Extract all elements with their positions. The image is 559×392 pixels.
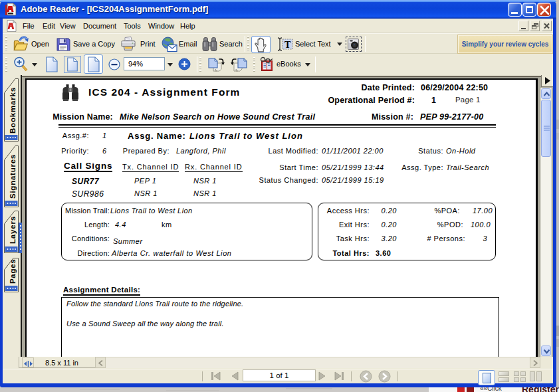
svg-text:Layers: Layers: [9, 216, 17, 244]
svg-text:Bookmarks: Bookmarks: [9, 87, 17, 134]
svg-text:Signatures: Signatures: [9, 154, 17, 199]
svg-text:T: T: [284, 40, 291, 50]
svg-text:Pages: Pages: [9, 259, 17, 284]
